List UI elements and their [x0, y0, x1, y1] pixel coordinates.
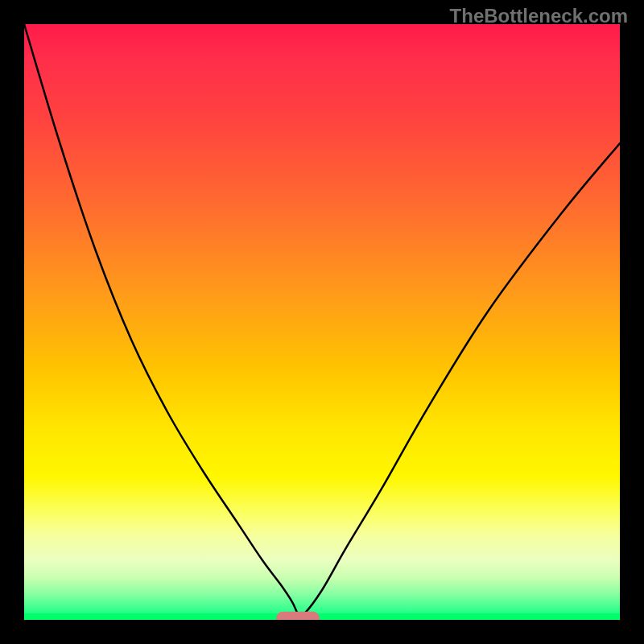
chart-container: TheBottleneck.com	[0, 0, 644, 644]
curve-svg	[24, 24, 620, 620]
optimum-marker	[276, 612, 320, 620]
plot-area	[24, 24, 620, 620]
watermark-text: TheBottleneck.com	[450, 5, 628, 27]
bottleneck-curve	[24, 24, 620, 617]
